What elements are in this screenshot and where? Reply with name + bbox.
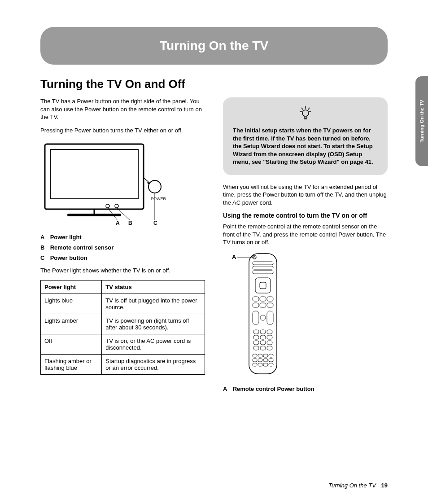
svg-rect-47: [267, 335, 272, 339]
svg-point-21: [302, 110, 309, 116]
svg-rect-44: [267, 330, 272, 334]
svg-rect-49: [260, 341, 266, 345]
svg-rect-29: [253, 266, 273, 269]
table-row: Off TV is on, or the AC power cord is di…: [41, 334, 205, 354]
legend-label: Power button: [50, 254, 87, 261]
tv-figure: POWER A B C: [40, 140, 205, 227]
svg-text:C: C: [153, 220, 157, 225]
svg-rect-1: [50, 149, 138, 199]
svg-point-4: [106, 204, 109, 208]
svg-rect-53: [267, 346, 272, 350]
page-content: Turning On the TV Turning the TV On and …: [0, 0, 428, 504]
svg-rect-45: [253, 335, 259, 339]
svg-text:B: B: [128, 220, 132, 225]
chapter-banner: Turning On the TV: [40, 27, 388, 65]
svg-rect-56: [263, 354, 268, 357]
svg-point-5: [115, 204, 118, 208]
svg-rect-46: [260, 335, 266, 339]
svg-rect-33: [253, 297, 259, 301]
power-light-table: Power light TV status Lights blue TV is …: [40, 280, 205, 375]
legend-key: B: [40, 244, 48, 251]
page-footer: Turning On the TV 19: [328, 482, 388, 489]
power-light-intro: The Power light shows whether the TV is …: [40, 267, 205, 275]
svg-rect-25: [249, 254, 277, 374]
extended-off-paragraph: When you will not be using the TV for an…: [223, 183, 388, 207]
svg-point-27: [253, 256, 255, 258]
svg-rect-61: [269, 359, 273, 362]
legend-label: Power light: [50, 234, 82, 241]
table-row: Lights blue TV is off but plugged into t…: [41, 294, 205, 314]
svg-rect-60: [263, 359, 268, 362]
chapter-title: Turning On the TV: [160, 39, 268, 53]
svg-rect-59: [258, 359, 262, 362]
svg-rect-64: [263, 363, 268, 366]
svg-rect-54: [253, 354, 257, 357]
svg-rect-43: [260, 330, 266, 334]
svg-point-41: [260, 315, 266, 320]
legend-label: Remote control sensor: [50, 244, 114, 251]
legend-row-b: B Remote control sensor: [40, 244, 205, 251]
svg-rect-48: [253, 341, 259, 345]
svg-point-26: [253, 255, 256, 259]
legend-label: Remote control Power button: [233, 386, 314, 392]
svg-text:A: A: [232, 254, 236, 260]
legend-key: C: [40, 254, 48, 261]
svg-rect-31: [255, 278, 271, 293]
svg-rect-36: [253, 303, 259, 307]
tip-text: The initial setup starts when the TV pow…: [233, 127, 378, 166]
left-column: The TV has a Power button on the right s…: [40, 97, 205, 396]
svg-rect-34: [260, 297, 266, 301]
svg-rect-51: [253, 346, 259, 350]
svg-line-18: [308, 108, 310, 110]
svg-text:POWER: POWER: [151, 197, 166, 201]
footer-title: Turning On the TV: [328, 482, 376, 489]
svg-rect-37: [260, 303, 266, 307]
remote-legend-row: A Remote control Power button: [223, 386, 388, 392]
svg-rect-40: [267, 311, 273, 324]
svg-rect-42: [253, 330, 259, 334]
legend-key: A: [223, 386, 231, 392]
table-header: Power light: [41, 280, 102, 294]
right-column: The initial setup starts when the TV pow…: [223, 97, 388, 396]
page-number: 19: [381, 482, 388, 489]
svg-rect-55: [258, 354, 262, 357]
intro-paragraph-2: Pressing the Power button turns the TV e…: [40, 127, 205, 135]
svg-rect-50: [267, 341, 272, 345]
svg-text:A: A: [116, 220, 120, 225]
svg-rect-32: [260, 282, 266, 289]
svg-line-17: [301, 108, 303, 110]
svg-rect-58: [253, 359, 257, 362]
table-header: TV status: [102, 280, 205, 294]
lightbulb-icon: [233, 106, 378, 122]
svg-rect-65: [269, 363, 273, 366]
table-row: Flashing amber or flashing blue Startup …: [41, 354, 205, 374]
table-row: Lights amber TV is powering on (light tu…: [41, 314, 205, 334]
intro-paragraph-1: The TV has a Power button on the right s…: [40, 97, 205, 121]
legend-row-a: A Power light: [40, 234, 205, 241]
svg-point-8: [148, 180, 161, 193]
remote-figure: A: [223, 252, 388, 379]
svg-rect-38: [267, 303, 273, 307]
legend-row-c: C Power button: [40, 254, 205, 261]
legend-key: A: [40, 234, 48, 241]
remote-subheading: Using the remote control to turn the TV …: [223, 212, 388, 219]
svg-rect-30: [253, 271, 273, 274]
svg-rect-57: [269, 354, 273, 357]
svg-rect-39: [253, 311, 259, 324]
svg-rect-63: [258, 363, 262, 366]
svg-rect-28: [253, 262, 273, 265]
svg-rect-62: [253, 363, 257, 366]
remote-instruction: Point the remote control at the remote c…: [223, 223, 388, 246]
svg-rect-35: [267, 297, 273, 301]
tip-box: The initial setup starts when the TV pow…: [223, 97, 388, 175]
section-title: Turning the TV On and Off: [40, 77, 388, 91]
svg-line-9: [144, 178, 150, 183]
svg-rect-52: [260, 346, 266, 350]
svg-rect-0: [45, 144, 144, 209]
